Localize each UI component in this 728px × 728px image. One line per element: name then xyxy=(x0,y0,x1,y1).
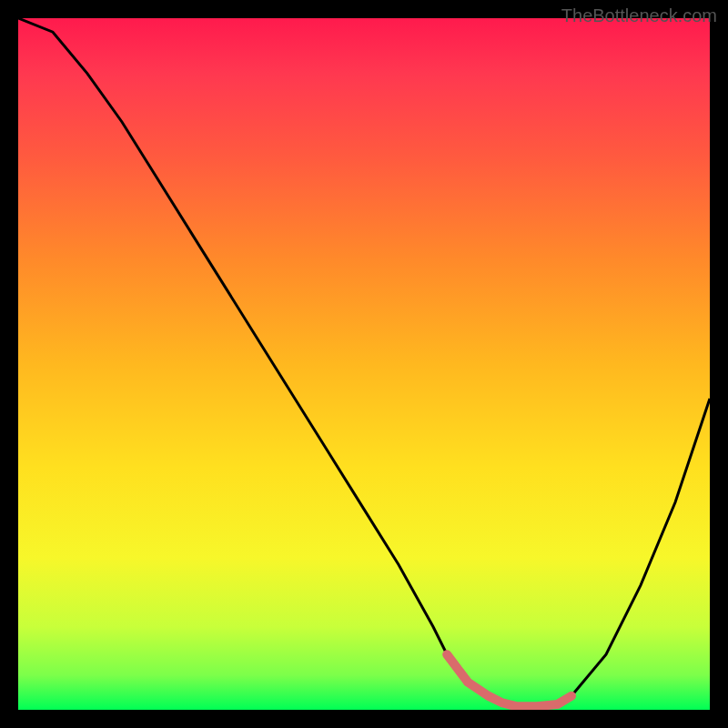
chart-svg xyxy=(18,18,710,710)
highlight-band xyxy=(447,654,571,706)
chart-container: TheBottleneck.com xyxy=(0,0,728,728)
watermark-text: TheBottleneck.com xyxy=(561,5,717,26)
bottleneck-curve xyxy=(18,18,710,706)
